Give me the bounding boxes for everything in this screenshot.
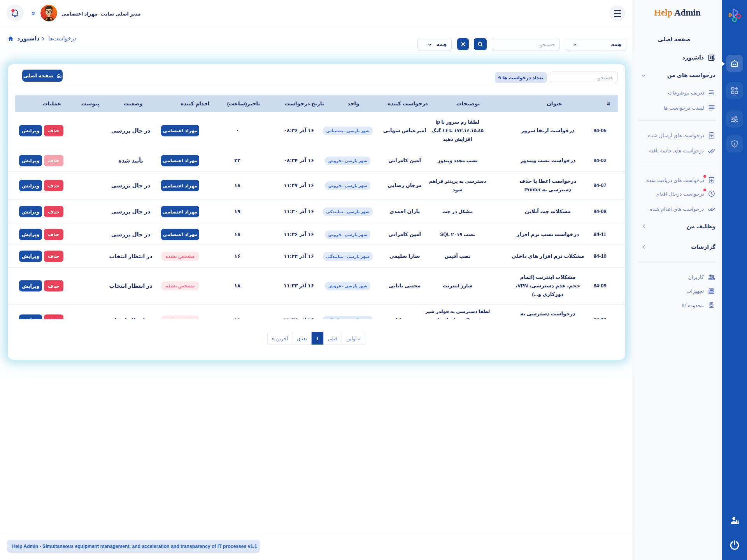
svg-text:IP: IP	[710, 303, 713, 306]
